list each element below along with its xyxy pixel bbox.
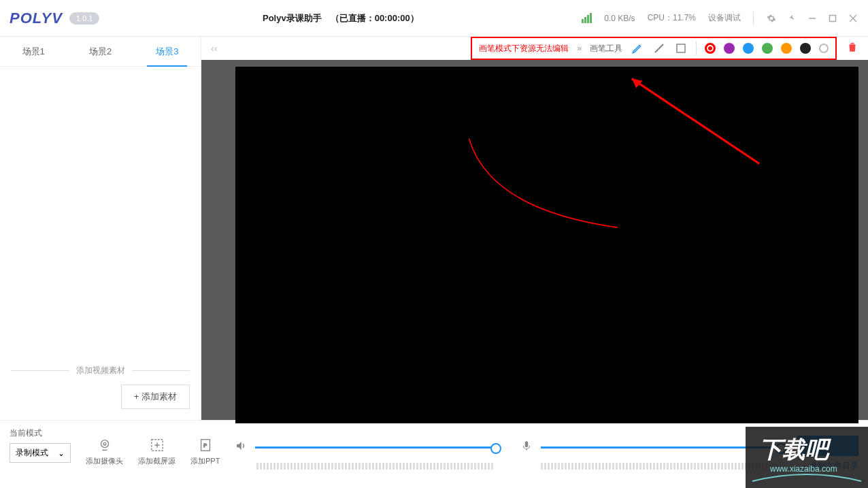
titlebar-status: 0.0 KB/s CPU：11.7% 设备调试 bbox=[582, 12, 858, 25]
rectangle-icon[interactable] bbox=[674, 42, 688, 55]
app-logo: POLYV bbox=[10, 10, 63, 27]
svg-point-8 bbox=[101, 440, 108, 448]
scene-tabs: 场景1 场景2 场景3 bbox=[0, 37, 201, 67]
pin-icon[interactable] bbox=[786, 13, 797, 24]
canvas-area: ‹‹ 画笔模式下资源无法编辑 » 画笔工具 bbox=[201, 37, 868, 420]
add-source-divider: 添加视频素材 bbox=[11, 365, 190, 376]
trash-icon[interactable] bbox=[846, 41, 858, 56]
mode-selector-group: 当前模式 录制模式 ⌄ bbox=[10, 427, 71, 463]
device-debug-link[interactable]: 设备调试 bbox=[708, 12, 741, 24]
speaker-level-meter bbox=[256, 463, 498, 470]
color-none[interactable] bbox=[819, 44, 829, 53]
maximize-button[interactable] bbox=[827, 13, 838, 24]
speaker-icon[interactable] bbox=[235, 440, 247, 455]
signal-icon bbox=[582, 13, 592, 23]
audio-controls bbox=[235, 427, 782, 470]
pencil-icon[interactable] bbox=[631, 42, 644, 55]
color-blue[interactable] bbox=[743, 43, 754, 54]
line-icon[interactable] bbox=[652, 42, 666, 55]
camera-icon bbox=[97, 437, 113, 453]
brush-tool-label: 画笔工具 bbox=[590, 43, 622, 54]
svg-rect-1 bbox=[830, 15, 836, 21]
speaker-volume-slider[interactable] bbox=[255, 446, 497, 449]
cpu-usage: CPU：11.7% bbox=[648, 12, 696, 24]
titlebar: POLYV 1.0.1 Polyv录课助手 （已直播：00:00:00） 0.0… bbox=[0, 0, 868, 37]
gear-icon[interactable] bbox=[766, 13, 777, 24]
svg-point-9 bbox=[103, 442, 106, 445]
record-folder-link[interactable]: 录制文件目录 bbox=[809, 460, 858, 472]
svg-line-6 bbox=[632, 79, 759, 164]
mode-dropdown[interactable]: 录制模式 ⌄ bbox=[10, 443, 71, 463]
tab-scene-1[interactable]: 场景1 bbox=[0, 37, 67, 66]
divider bbox=[696, 42, 697, 55]
mode-label: 当前模式 bbox=[10, 427, 71, 439]
color-orange[interactable] bbox=[781, 43, 792, 54]
svg-rect-13 bbox=[524, 441, 528, 447]
ppt-icon: P bbox=[197, 437, 214, 453]
collapse-sidebar-icon[interactable]: ‹‹ bbox=[211, 43, 217, 54]
record-button[interactable] bbox=[797, 436, 858, 456]
svg-line-4 bbox=[655, 44, 663, 52]
svg-rect-5 bbox=[677, 44, 685, 52]
bottom-bar: 当前模式 录制模式 ⌄ 添加摄像头 添加截屏源 P 添加PPT 录制文件目录 bbox=[0, 420, 868, 488]
close-button[interactable] bbox=[848, 13, 858, 24]
color-purple[interactable] bbox=[724, 43, 735, 54]
chevron-right-icon: » bbox=[577, 44, 582, 53]
screen-capture-icon bbox=[149, 437, 165, 453]
color-black[interactable] bbox=[800, 43, 811, 54]
canvas-toolbar: ‹‹ 画笔模式下资源无法编辑 » 画笔工具 bbox=[201, 37, 868, 60]
divider bbox=[753, 12, 754, 25]
chevron-down-icon: ⌄ bbox=[58, 449, 65, 458]
add-camera-label: 添加摄像头 bbox=[86, 456, 123, 466]
sidebar-footer: 添加视频素材 + 添加素材 bbox=[0, 358, 201, 420]
mic-icon[interactable] bbox=[520, 440, 533, 455]
record-group: 录制文件目录 bbox=[797, 427, 858, 472]
add-camera-button[interactable]: 添加摄像头 bbox=[86, 427, 123, 466]
main-area: 场景1 场景2 场景3 添加视频素材 + 添加素材 ‹‹ 画笔模式下资源无法编辑… bbox=[0, 37, 868, 420]
sidebar: 场景1 场景2 场景3 添加视频素材 + 添加素材 bbox=[0, 37, 201, 420]
brush-tool-group: 画笔模式下资源无法编辑 » 画笔工具 bbox=[471, 37, 837, 60]
add-ppt-button[interactable]: P 添加PPT bbox=[190, 427, 220, 466]
minimize-button[interactable] bbox=[807, 13, 818, 24]
sidebar-body bbox=[0, 67, 201, 358]
svg-text:P: P bbox=[203, 442, 207, 449]
tab-scene-3[interactable]: 场景3 bbox=[134, 37, 201, 66]
add-ppt-label: 添加PPT bbox=[190, 456, 220, 466]
tab-scene-2[interactable]: 场景2 bbox=[67, 37, 133, 66]
svg-marker-7 bbox=[632, 79, 643, 88]
version-badge: 1.0.1 bbox=[69, 12, 99, 25]
mode-value: 录制模式 bbox=[16, 447, 48, 459]
window-title: Polyv录课助手 （已直播：00:00:00） bbox=[99, 12, 582, 25]
add-screen-label: 添加截屏源 bbox=[138, 456, 176, 466]
add-screen-button[interactable]: 添加截屏源 bbox=[138, 427, 176, 466]
color-green[interactable] bbox=[762, 43, 773, 54]
add-source-button[interactable]: + 添加素材 bbox=[121, 385, 190, 409]
network-speed: 0.0 KB/s bbox=[604, 14, 635, 23]
mic-volume-slider[interactable] bbox=[541, 446, 782, 449]
color-red[interactable] bbox=[705, 43, 716, 54]
brush-mode-warning: 画笔模式下资源无法编辑 bbox=[479, 43, 569, 54]
mic-level-meter bbox=[541, 463, 782, 470]
canvas-drawing bbox=[235, 67, 858, 423]
preview-canvas[interactable] bbox=[235, 67, 858, 423]
